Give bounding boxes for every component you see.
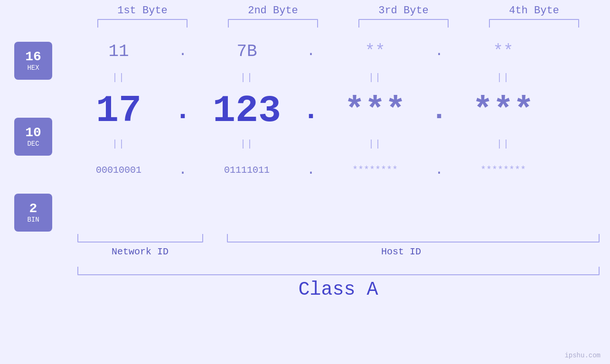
dec-dot2: . — [299, 94, 323, 127]
dec-row: 17 . 123 . *** . *** — [66, 84, 610, 137]
bracket-byte1 — [97, 19, 188, 28]
hex-badge-number: 16 — [25, 50, 41, 65]
equals-row2: || || || || — [66, 137, 610, 151]
bin-badge-label: BIN — [27, 216, 39, 224]
equals-dec-bin-4: || — [497, 139, 510, 149]
values-grid: 11 . 7B . ** . ** — [66, 32, 610, 189]
hex-dot2: . — [299, 43, 323, 59]
content-area: 16 HEX 10 DEC 2 BIN 11 . — [0, 32, 610, 232]
equals-row1: || || || || — [66, 70, 610, 84]
hex-dot1: . — [171, 43, 195, 59]
bin-byte2-cell: 01111011 — [195, 165, 299, 176]
equals-hex-dec-3: || — [368, 72, 382, 83]
equals-hex-dec-1: || — [112, 72, 125, 83]
hex-badge: 16 HEX — [14, 42, 52, 80]
network-bracket — [77, 234, 203, 243]
class-section: Class A — [77, 267, 600, 300]
hex-byte4-cell: ** — [451, 42, 555, 61]
hex-byte2-cell: 7B — [195, 42, 299, 61]
bin-byte1-value: 00010001 — [96, 165, 141, 176]
watermark: ipshu.com — [564, 352, 601, 359]
bin-badge-number: 2 — [29, 202, 38, 216]
byte4-header: 4th Byte — [482, 5, 586, 17]
dec-byte3-cell: *** — [323, 91, 427, 130]
hex-dot3: . — [427, 43, 451, 59]
equals-hex-dec-2: || — [240, 72, 253, 83]
bracket-byte2 — [228, 19, 318, 28]
equals-hex-dec-4: || — [497, 72, 510, 83]
bottom-labels: Network ID Host ID — [77, 246, 600, 257]
top-brackets — [77, 19, 600, 28]
bottom-section: Network ID Host ID — [77, 234, 600, 257]
equals-dec-bin-1: || — [112, 139, 125, 149]
dec-byte1-cell: 17 — [66, 89, 171, 132]
hex-row: 11 . 7B . ** . ** — [66, 32, 610, 70]
dec-byte2-value: 123 — [213, 89, 281, 132]
equals-dec-bin-2: || — [240, 139, 253, 149]
dec-byte3-value: *** — [344, 91, 406, 130]
dec-byte4-value: *** — [472, 91, 534, 130]
byte2-header: 2nd Byte — [221, 5, 325, 17]
dec-byte2-cell: 123 — [195, 89, 299, 132]
host-id-label: Host ID — [203, 246, 600, 257]
main-container: 1st Byte 2nd Byte 3rd Byte 4th Byte 16 H… — [0, 0, 610, 364]
bottom-brackets — [77, 234, 600, 243]
bin-row: 00010001 . 01111011 . ******** . — [66, 151, 610, 189]
bin-byte3-cell: ******** — [323, 165, 427, 176]
hex-badge-label: HEX — [27, 64, 39, 72]
bin-byte3-value: ******** — [352, 165, 398, 176]
bin-dot1: . — [171, 162, 195, 178]
hex-byte2-value: 7B — [236, 42, 257, 61]
bracket-byte3 — [358, 19, 449, 28]
bin-byte1-cell: 00010001 — [66, 165, 171, 176]
hex-byte3-value: ** — [365, 42, 385, 61]
dec-badge: 10 DEC — [14, 118, 52, 156]
host-bracket — [227, 234, 600, 243]
class-label: Class A — [77, 279, 600, 300]
hex-byte1-cell: 11 — [66, 42, 171, 61]
dec-dot1: . — [171, 94, 195, 127]
equals-dec-bin-3: || — [368, 139, 382, 149]
bin-dot2: . — [299, 162, 323, 178]
bin-byte4-value: ******** — [480, 165, 526, 176]
class-bracket — [77, 267, 600, 275]
hex-byte4-value: ** — [493, 42, 513, 61]
dec-dot3: . — [427, 94, 451, 127]
badges-column: 16 HEX 10 DEC 2 BIN — [0, 32, 66, 232]
byte3-header: 3rd Byte — [351, 5, 456, 17]
bin-badge: 2 BIN — [14, 194, 52, 232]
dec-badge-label: DEC — [27, 140, 39, 148]
dec-badge-number: 10 — [25, 126, 41, 140]
hex-byte1-value: 11 — [108, 42, 129, 61]
dec-byte4-cell: *** — [451, 91, 555, 130]
bin-byte2-value: 01111011 — [224, 165, 270, 176]
bracket-gap — [203, 234, 227, 243]
bracket-byte4 — [489, 19, 579, 28]
bin-dot3: . — [427, 162, 451, 178]
byte1-header: 1st Byte — [90, 5, 195, 17]
hex-byte3-cell: ** — [323, 42, 427, 61]
bin-byte4-cell: ******** — [451, 165, 555, 176]
network-id-label: Network ID — [77, 246, 203, 257]
byte-headers: 1st Byte 2nd Byte 3rd Byte 4th Byte — [77, 5, 600, 17]
dec-byte1-value: 17 — [96, 89, 141, 132]
